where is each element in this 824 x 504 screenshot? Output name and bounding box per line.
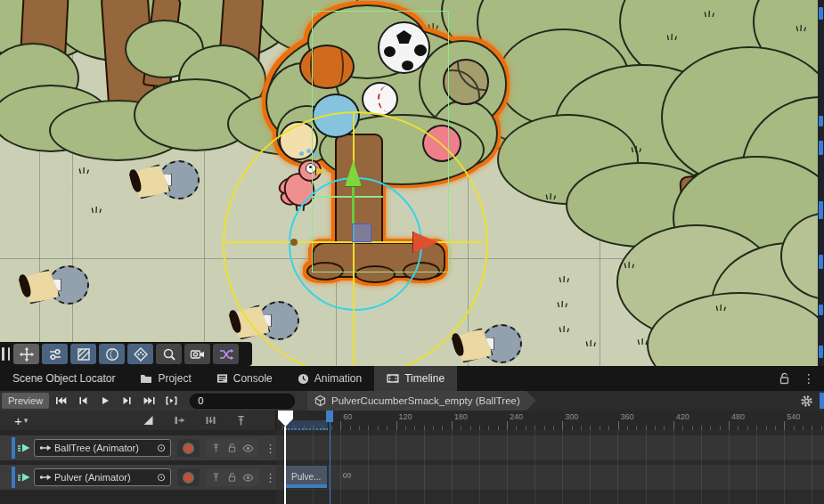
- cube-icon: [314, 394, 326, 407]
- lane-balltree[interactable]: [276, 435, 824, 460]
- track-color-stripe: [12, 467, 15, 488]
- volleyball: [443, 59, 489, 105]
- track-option-icons: [206, 439, 259, 457]
- tab-console[interactable]: Console: [204, 366, 285, 391]
- track-color-stripe: [12, 437, 15, 459]
- camera-visibility-tool-button[interactable]: [184, 344, 210, 364]
- track-menu-kebab-icon[interactable]: ⋮: [265, 442, 276, 455]
- panel-tab-bar: Scene Object Locator Project Console Ani…: [0, 366, 824, 391]
- scene-tool-palette: [0, 342, 252, 366]
- curve-ramp-button[interactable]: [142, 414, 155, 427]
- record-button[interactable]: [177, 468, 200, 486]
- lane-pulver[interactable]: [276, 465, 824, 490]
- horn-speaker[interactable]: [130, 159, 198, 203]
- moon-shade-tool-button[interactable]: [99, 344, 125, 364]
- search-tool-button[interactable]: [156, 344, 182, 364]
- console-icon: [216, 373, 228, 384]
- track-row-pulver[interactable]: Pulver (Animator) ⊙ ⋮: [0, 465, 276, 490]
- animator-binding-icon: [39, 443, 52, 453]
- track-binding-field[interactable]: BallTree (Animator) ⊙: [34, 439, 171, 457]
- hatch-fill-tool-button[interactable]: [70, 344, 96, 364]
- editor-window: Scene Object Locator Project Console Ani…: [0, 0, 824, 504]
- unlock-icon[interactable]: [227, 472, 237, 483]
- clip-extract-button[interactable]: [173, 414, 186, 427]
- mixer-tool-button[interactable]: [42, 344, 68, 364]
- go-to-end-button[interactable]: [138, 392, 160, 410]
- timeline-ruler[interactable]: 060120180240300360420480540: [276, 411, 824, 430]
- horn-speaker[interactable]: [453, 322, 520, 366]
- object-picker-icon[interactable]: ⊙: [157, 471, 166, 484]
- previous-frame-button[interactable]: [71, 392, 94, 410]
- next-frame-button[interactable]: [116, 392, 138, 410]
- animation-track-icon: [17, 471, 31, 484]
- track-binding-field[interactable]: Pulver (Animator) ⊙: [34, 468, 171, 486]
- infinity-symbol: ∞: [342, 467, 351, 482]
- panel-menu-kebab-icon[interactable]: ⋮: [803, 371, 815, 386]
- duration-marker-line: [330, 411, 330, 504]
- tab-scene-object-locator[interactable]: Scene Object Locator: [0, 366, 127, 391]
- add-track-button[interactable]: +▾: [14, 414, 28, 427]
- track-header-list: BallTree (Animator) ⊙ ⋮ Pulver (Animator…: [0, 430, 276, 504]
- unlock-icon[interactable]: [227, 443, 237, 453]
- rotation-gizmo-inner[interactable]: [289, 177, 422, 311]
- xy-plane-handle[interactable]: [352, 224, 371, 242]
- eye-icon[interactable]: [242, 443, 254, 453]
- animation-track-icon: [17, 442, 31, 454]
- go-to-start-button[interactable]: [49, 392, 71, 410]
- tab-animation[interactable]: Animation: [285, 366, 374, 391]
- film-icon: [387, 373, 399, 384]
- track-option-icons: [206, 468, 259, 486]
- animator-binding-icon: [39, 472, 52, 483]
- record-dot: [183, 443, 194, 454]
- timeline-settings-gear-button[interactable]: [800, 394, 813, 408]
- track-lanes[interactable]: Pulve... ∞: [276, 430, 824, 504]
- shuffle-tool-button[interactable]: [213, 344, 239, 364]
- object-picker-icon[interactable]: ⊙: [157, 442, 166, 454]
- clock-icon: [298, 373, 309, 385]
- prefab-diamond-tool-button[interactable]: [127, 344, 153, 364]
- track-row-balltree[interactable]: BallTree (Animator) ⊙ ⋮: [0, 435, 276, 460]
- timeline-toolbar: +▾: [0, 411, 276, 430]
- eye-icon[interactable]: [242, 473, 254, 483]
- scene-edge-scrollbar[interactable]: [818, 0, 824, 366]
- folder-icon: [140, 373, 152, 384]
- track-name: Pulver (Animator): [54, 472, 157, 483]
- add-track-caret-icon: ▾: [24, 417, 29, 425]
- track-name: BallTree (Animator): [54, 443, 157, 453]
- breadcrumb-bar: PulverCucumberSmack_empty (BallTree): [307, 391, 824, 411]
- record-dot: [183, 472, 194, 484]
- edge-accent: [820, 393, 824, 409]
- timeline-panel: +▾ 060120180240300360420480540 BallTree …: [0, 411, 824, 504]
- clip-insert-button[interactable]: [204, 414, 217, 427]
- record-button[interactable]: [177, 439, 200, 457]
- animation-clip[interactable]: Pulve...: [285, 465, 328, 489]
- tab-project[interactable]: Project: [127, 366, 203, 391]
- breadcrumb[interactable]: PulverCucumberSmack_empty (BallTree): [307, 391, 536, 411]
- palette-drag-handle[interactable]: [2, 347, 4, 361]
- unlock-icon[interactable]: [779, 372, 790, 385]
- move-tool-button[interactable]: [13, 344, 39, 364]
- frame-input[interactable]: [190, 394, 295, 409]
- playhead-line: [284, 427, 286, 504]
- track-menu-kebab-icon[interactable]: ⋮: [265, 471, 276, 484]
- pin-icon[interactable]: [211, 472, 221, 483]
- play-range-button[interactable]: [160, 392, 183, 410]
- play-button[interactable]: [94, 392, 116, 410]
- pin-button[interactable]: [235, 414, 247, 427]
- preview-toggle-button[interactable]: Preview: [2, 393, 49, 409]
- pivot-dot: [290, 239, 298, 246]
- horn-speaker[interactable]: [20, 264, 87, 308]
- pin-icon[interactable]: [211, 443, 221, 453]
- scene-view[interactable]: [0, 0, 824, 366]
- tab-timeline[interactable]: Timeline: [374, 366, 457, 391]
